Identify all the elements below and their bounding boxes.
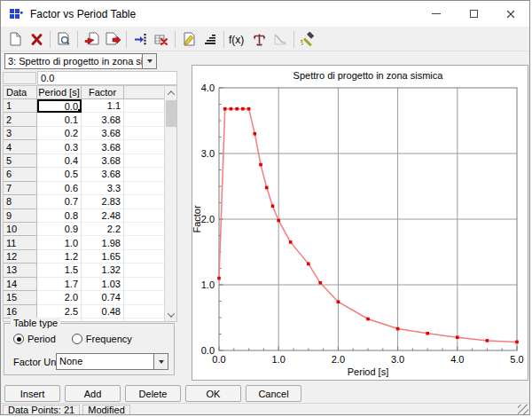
table-row[interactable]: 80.72.83: [4, 195, 176, 208]
period-cell[interactable]: 1.2: [37, 250, 82, 264]
factor-cell[interactable]: 0.48: [82, 305, 124, 319]
period-cell[interactable]: 1.5: [37, 264, 82, 277]
table-row[interactable]: 40.33.68: [4, 140, 176, 153]
sort-button[interactable]: [200, 29, 221, 50]
scroll-up-button[interactable]: [165, 86, 177, 99]
table-row[interactable]: 10.01.1: [4, 99, 176, 113]
factor-cell[interactable]: 1.1: [82, 99, 124, 113]
table-row[interactable]: 90.82.48: [4, 209, 176, 223]
row-index-cell[interactable]: 9: [4, 209, 37, 223]
row-index-cell[interactable]: 8: [4, 195, 37, 208]
row-index-cell[interactable]: 14: [4, 278, 37, 291]
header-factor[interactable]: Factor: [82, 86, 124, 99]
factor-cell[interactable]: 1.65: [82, 250, 124, 264]
factor-cell[interactable]: 2.48: [82, 209, 124, 223]
factor-cell[interactable]: 2.83: [82, 195, 124, 208]
table-row[interactable]: 111.01.98: [4, 236, 176, 249]
row-index-cell[interactable]: 16: [4, 305, 37, 319]
delete-button[interactable]: Delete: [125, 385, 181, 402]
import-table-button[interactable]: [81, 29, 102, 50]
table-scrollbar[interactable]: [164, 86, 176, 321]
period-cell[interactable]: 0.9: [37, 223, 82, 236]
table-row[interactable]: 121.21.65: [4, 250, 176, 264]
factor-cell[interactable]: 3.68: [82, 168, 124, 181]
row-index-cell[interactable]: 4: [4, 140, 37, 153]
new-table-button[interactable]: [4, 29, 26, 50]
table-row[interactable]: 30.23.68: [4, 127, 176, 140]
row-index-cell[interactable]: 12: [4, 250, 37, 264]
table-row[interactable]: 152.00.74: [4, 291, 176, 304]
frequency-radio[interactable]: [72, 334, 82, 344]
insert-button[interactable]: Insert: [4, 385, 60, 402]
row-index-cell[interactable]: 10: [4, 223, 37, 236]
scroll-down-button[interactable]: [165, 308, 177, 321]
table-row[interactable]: 60.53.68: [4, 168, 176, 181]
table-row[interactable]: 141.71.03: [4, 278, 176, 291]
period-cell[interactable]: 1.7: [37, 278, 82, 291]
period-cell[interactable]: 0.6: [37, 182, 82, 195]
titlebar[interactable]: Factor vs Period Table: [1, 1, 529, 28]
row-index-cell[interactable]: 11: [4, 236, 37, 249]
period-cell[interactable]: 0.0: [37, 99, 82, 113]
header-period[interactable]: Period [s]: [37, 86, 82, 99]
period-radio[interactable]: [13, 334, 24, 344]
factor-cell[interactable]: 1.98: [82, 236, 124, 249]
formula-button[interactable]: f(x): [227, 29, 248, 50]
row-index-cell[interactable]: 3: [4, 127, 37, 140]
factor-unit-combo[interactable]: None: [56, 353, 168, 370]
row-index-cell[interactable]: 15: [4, 291, 37, 304]
period-cell[interactable]: 0.3: [37, 140, 82, 153]
insert-row-button[interactable]: [129, 29, 151, 50]
factor-cell[interactable]: 1.03: [82, 278, 124, 291]
edit-table-button[interactable]: [178, 29, 200, 50]
close-button[interactable]: [492, 1, 529, 27]
factor-cell[interactable]: 3.68: [82, 127, 124, 140]
scrollbar-thumb[interactable]: [166, 100, 176, 127]
row-index-cell[interactable]: 1: [4, 99, 37, 113]
factor-cell[interactable]: 3.68: [82, 140, 124, 153]
cell-editor-field[interactable]: 0.0: [37, 71, 177, 85]
tools-button[interactable]: [297, 29, 318, 50]
period-cell[interactable]: 2.0: [37, 291, 82, 304]
period-cell[interactable]: 0.8: [37, 209, 82, 223]
row-index-cell[interactable]: 5: [4, 154, 37, 168]
period-cell[interactable]: 0.7: [37, 195, 82, 208]
add-button[interactable]: Add: [65, 385, 121, 402]
period-cell[interactable]: 0.5: [37, 168, 82, 181]
table-row[interactable]: 70.63.3: [4, 182, 176, 195]
period-cell[interactable]: 0.1: [37, 113, 82, 126]
factor-cell[interactable]: 3.68: [82, 113, 124, 126]
table-row[interactable]: 162.50.48: [4, 305, 176, 319]
factor-cell[interactable]: 3.68: [82, 154, 124, 168]
factor-unit-dropdown-button[interactable]: [153, 354, 168, 369]
period-cell[interactable]: 2.5: [37, 305, 82, 319]
row-index-cell[interactable]: 6: [4, 168, 37, 181]
minimize-button[interactable]: [418, 1, 455, 27]
period-cell[interactable]: 1.0: [37, 236, 82, 249]
table-row[interactable]: 20.13.68: [4, 113, 176, 126]
table-row[interactable]: 50.43.68: [4, 154, 176, 168]
row-index-cell[interactable]: 2: [4, 113, 37, 126]
table-row[interactable]: 131.51.32: [4, 264, 176, 277]
factor-cell[interactable]: 1.32: [82, 264, 124, 277]
header-data[interactable]: Data: [4, 86, 37, 99]
row-index-cell[interactable]: 7: [4, 182, 37, 195]
row-index-cell[interactable]: 13: [4, 264, 37, 277]
period-cell[interactable]: 0.4: [37, 154, 82, 168]
export-table-button[interactable]: [102, 29, 123, 50]
plot-button-disabled[interactable]: [270, 29, 291, 50]
period-cell[interactable]: 0.2: [37, 127, 82, 140]
unit-conversion-button[interactable]: [248, 29, 270, 50]
cancel-button[interactable]: Cancel: [246, 385, 301, 402]
frequency-radio-label[interactable]: Frequency: [86, 334, 132, 344]
period-radio-label[interactable]: Period: [27, 334, 56, 344]
maximize-button[interactable]: [455, 1, 492, 27]
delete-row-button[interactable]: [151, 29, 172, 50]
factor-cell[interactable]: 2.2: [82, 223, 124, 236]
resize-grip[interactable]: [518, 405, 528, 415]
curve-selector-combo[interactable]: 3: Spettro di progetto in zona sismica: [4, 53, 157, 69]
ok-button[interactable]: OK: [185, 385, 241, 402]
print-preview-button[interactable]: [53, 29, 74, 50]
factor-cell[interactable]: 0.33: [82, 319, 124, 322]
factor-cell[interactable]: 0.74: [82, 291, 124, 304]
